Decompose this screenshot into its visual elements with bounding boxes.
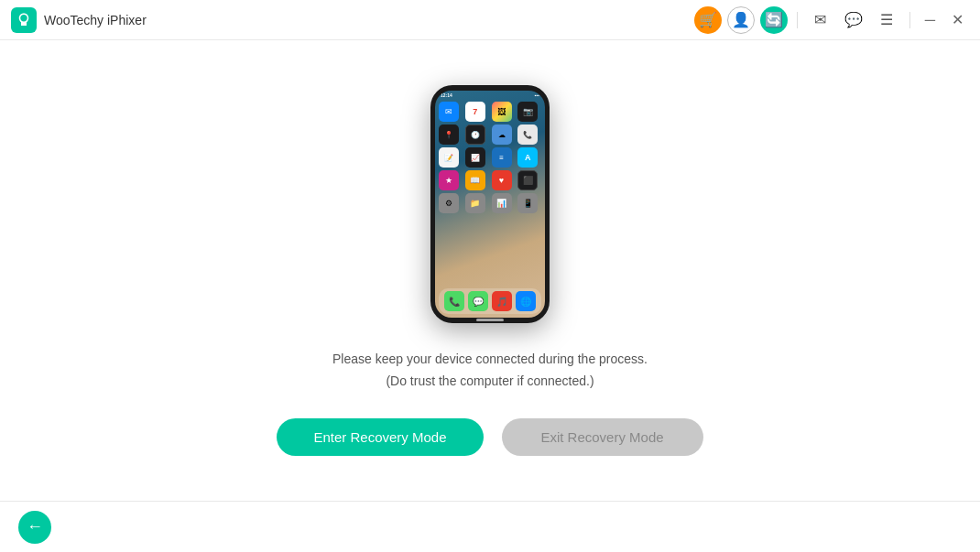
bottom-bar: ←	[0, 501, 980, 552]
list-item: 🖼	[492, 102, 512, 122]
divider	[797, 12, 798, 28]
instruction-text: Please keep your device connected during…	[332, 349, 648, 393]
list-item: 📝	[439, 147, 459, 168]
list-item: ✉	[439, 102, 459, 122]
title-bar-left: WooTechy iPhixer	[11, 7, 147, 33]
list-item: ☁	[492, 124, 512, 145]
phone-signal: ▪▪▪	[535, 92, 539, 98]
instruction-line1: Please keep your device connected during…	[332, 349, 648, 371]
list-item: 🕐	[465, 124, 485, 145]
list-item: 📖	[465, 170, 485, 190]
dock-messages-icon: 💬	[468, 291, 488, 311]
list-item: ⬛	[517, 170, 538, 190]
back-button[interactable]: ←	[18, 511, 51, 544]
list-item: A	[517, 147, 538, 168]
list-item: 7	[465, 102, 485, 122]
dock-phone-icon: 📞	[444, 291, 464, 311]
back-arrow-icon: ←	[27, 517, 43, 536]
chat-icon-btn[interactable]: 💬	[840, 6, 867, 34]
menu-icon-btn[interactable]: ☰	[873, 6, 900, 34]
dock-music-icon: 🎵	[492, 291, 512, 311]
list-item: 📁	[465, 193, 485, 213]
update-icon-btn[interactable]: 🔄	[760, 6, 788, 34]
phone-home-bar	[476, 319, 504, 321]
enter-recovery-button[interactable]: Enter Recovery Mode	[277, 418, 483, 456]
title-bar-right: 🛒 👤 🔄 ✉ 💬 ☰ ─ ✕	[694, 6, 969, 34]
list-item: 📞	[517, 124, 538, 145]
phone-illustration: 12:14 ▪▪▪ ✉ 7 🖼 📷 📍 🕐 ☁ 📞 📝 📈 ≡ A	[430, 85, 550, 323]
phone-time: 12:14	[441, 92, 452, 98]
close-button[interactable]: ✕	[946, 11, 969, 28]
list-item: 📱	[517, 193, 538, 213]
phone-status-bar: 12:14 ▪▪▪	[435, 91, 545, 100]
divider2	[909, 12, 910, 28]
dock-safari-icon: 🌐	[516, 291, 536, 311]
app-title: WooTechy iPhixer	[44, 13, 147, 27]
list-item: ≡	[492, 147, 512, 168]
list-item: 📊	[492, 193, 512, 213]
action-buttons: Enter Recovery Mode Exit Recovery Mode	[277, 418, 702, 456]
list-item: ★	[439, 170, 459, 190]
phone-app-grid: ✉ 7 🖼 📷 📍 🕐 ☁ 📞 📝 📈 ≡ A ★ 📖 ♥ ⬛	[435, 100, 545, 215]
phone-screen: 12:14 ▪▪▪ ✉ 7 🖼 📷 📍 🕐 ☁ 📞 📝 📈 ≡ A	[435, 91, 545, 318]
phone-frame: 12:14 ▪▪▪ ✉ 7 🖼 📷 📍 🕐 ☁ 📞 📝 📈 ≡ A	[430, 85, 550, 323]
mail-icon-btn[interactable]: ✉	[807, 6, 834, 34]
user-icon-btn[interactable]: 👤	[727, 6, 755, 34]
list-item: ♥	[492, 170, 512, 190]
list-item: 📷	[517, 102, 538, 122]
app-logo	[11, 7, 37, 33]
list-item: ⚙	[439, 193, 459, 213]
instruction-line2: (Do trust the computer if connected.)	[332, 371, 648, 393]
list-item: 📍	[439, 124, 459, 145]
list-item: 📈	[465, 147, 485, 168]
title-bar: WooTechy iPhixer 🛒 👤 🔄 ✉ 💬 ☰ ─ ✕	[0, 0, 980, 40]
cart-icon-btn[interactable]: 🛒	[694, 6, 722, 34]
phone-dock: 📞 💬 🎵 🌐	[439, 288, 541, 314]
minimize-button[interactable]: ─	[920, 12, 941, 28]
main-content: 12:14 ▪▪▪ ✉ 7 🖼 📷 📍 🕐 ☁ 📞 📝 📈 ≡ A	[0, 40, 980, 501]
exit-recovery-button[interactable]: Exit Recovery Mode	[502, 418, 703, 456]
